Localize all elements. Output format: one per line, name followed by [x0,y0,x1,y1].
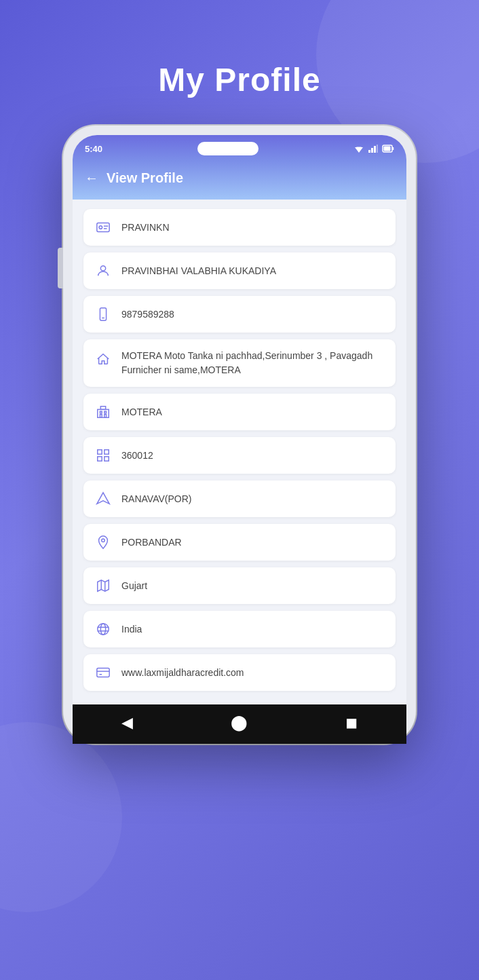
profile-list: PRAVINKN PRAVINBHAI VALABHIA KUKADIYA 98… [73,200,406,704]
country-value: India [121,622,142,637]
svg-point-32 [100,624,105,635]
card-icon [94,664,112,681]
svg-rect-14 [100,308,106,320]
svg-rect-16 [98,409,109,417]
header-title: View Profile [107,170,183,186]
status-icons [353,145,394,153]
map-icon [94,577,112,595]
svg-rect-17 [100,411,102,413]
svg-rect-21 [100,407,105,410]
state-value: Gujart [121,579,147,593]
nav-recents-button[interactable]: ◼ [345,714,358,732]
profile-item-username: PRAVINKN [83,209,396,246]
svg-point-27 [102,539,105,542]
nav-home-button[interactable]: ⬤ [231,714,248,732]
grid-icon [94,447,112,464]
phone-icon [94,305,112,323]
address-value: MOTERA Moto Tanka ni pachhad,Serinumber … [121,349,385,377]
svg-rect-23 [104,450,109,454]
profile-item-city: MOTERA [83,394,396,430]
navigation-icon [94,490,112,508]
profile-item-state: Gujart [83,567,396,604]
svg-point-13 [100,266,105,271]
svg-rect-20 [104,415,107,418]
svg-rect-22 [98,450,102,454]
status-bar: 5:40 [73,135,406,161]
battery-icon [382,145,394,153]
profile-item-website: www.laxmijaldharacredit.com [83,654,396,691]
svg-rect-24 [98,457,102,461]
fullname-value: PRAVINBHAI VALABHIA KUKADIYA [121,264,276,278]
home-icon [94,350,112,368]
profile-item-district: PORBANDAR [83,524,396,561]
building-icon [94,403,112,421]
svg-rect-35 [97,668,109,677]
phone-screen: 5:40 ← View Profile PRAVINKN [73,135,406,744]
profile-item-fullname: PRAVINBHAI VALABHIA KUKADIYA [83,252,396,289]
profile-item-pincode: 360012 [83,437,396,474]
svg-rect-19 [100,415,102,418]
signal-icon [368,145,378,153]
wifi-icon [353,145,364,153]
username-value: PRAVINKN [121,221,170,235]
bottom-nav: ◀ ⬤ ◼ [73,704,406,744]
website-value: www.laxmijaldharacredit.com [121,666,244,680]
page-title: My Profile [158,61,320,98]
status-time: 5:40 [85,144,102,154]
district-value: PORBANDAR [121,535,182,550]
taluka-value: RANAVAV(POR) [121,492,191,506]
svg-marker-26 [97,493,109,504]
profile-item-country: India [83,611,396,647]
svg-rect-5 [377,145,378,153]
location-icon [94,533,112,551]
notch [197,142,258,155]
person-icon [94,262,112,280]
profile-item-taluka: RANAVAV(POR) [83,480,396,517]
pincode-value: 360012 [121,449,153,463]
svg-point-10 [99,226,102,229]
city-value: MOTERA [121,405,162,419]
back-button[interactable]: ← [85,170,98,186]
id-card-icon [94,219,112,236]
nav-back-button[interactable]: ◀ [121,714,133,732]
svg-rect-25 [104,457,109,461]
profile-item-phone: 9879589288 [83,296,396,333]
svg-rect-2 [368,150,370,153]
app-header: ← View Profile [73,161,406,200]
svg-rect-4 [374,146,376,153]
profile-item-address: MOTERA Moto Tanka ni pachhad,Serinumber … [83,339,396,387]
svg-marker-28 [98,580,109,592]
svg-rect-18 [104,411,107,413]
globe-icon [94,620,112,638]
phone-frame: 5:40 ← View Profile PRAVINKN [63,126,416,744]
svg-point-31 [98,624,109,635]
svg-rect-3 [371,148,373,153]
phone-value: 9879589288 [121,307,174,322]
svg-rect-8 [384,147,391,151]
